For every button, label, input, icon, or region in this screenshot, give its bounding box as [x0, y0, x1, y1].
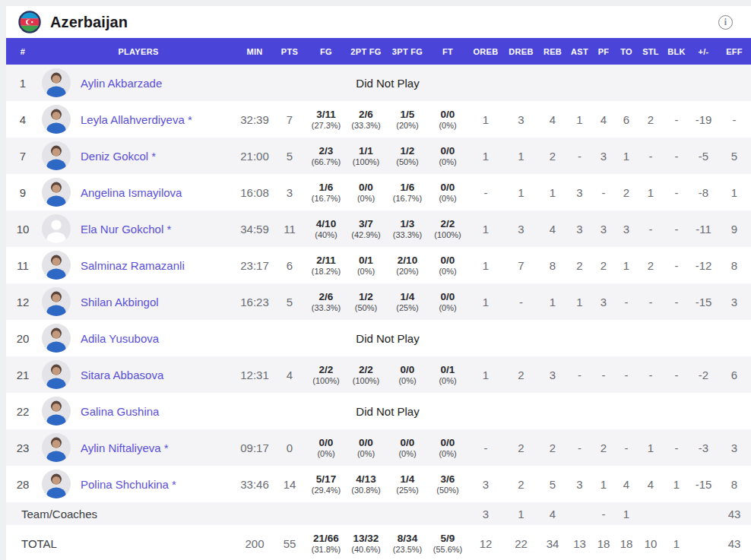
stat-min: 34:59 [237, 210, 272, 247]
stat-3pt-fg-made-attempted: 1/4 [387, 291, 428, 302]
player-cell: Aylin Niftaliyeva * [40, 429, 237, 466]
player-row: 4Leyla Allahverdiyeva *32:3973/11(27.3%)… [6, 101, 751, 138]
stat-fg: 2/2(100%) [307, 356, 345, 393]
stat-ft-percentage: (50%) [428, 486, 467, 495]
player-name[interactable]: Adila Yusubova [81, 332, 159, 345]
player-name[interactable]: Deniz Gokcol * [81, 150, 156, 163]
stat-ast [567, 502, 592, 525]
stat-3pt-fg-made-attempted: 0/0 [387, 437, 428, 448]
stat-ft-made-attempted: 0/0 [428, 182, 467, 193]
stat-3pt-fg: 1/4(25%) [387, 283, 428, 320]
column-header-3pt-fg: 3PT FG [387, 38, 428, 65]
player-name[interactable]: Angelina Ismayilova [81, 186, 182, 199]
player-name[interactable]: Sitara Abbasova [81, 369, 163, 381]
stat-ft-percentage: (55.6%) [428, 545, 467, 555]
column-header-oreb: OREB [467, 38, 504, 65]
stat-pm: -19 [689, 101, 718, 138]
player-name[interactable]: Ela Nur Gokchol * [81, 223, 171, 236]
stat-pm [689, 525, 718, 560]
stat-empty [538, 320, 567, 356]
stat-ft-made-attempted: 0/0 [428, 291, 467, 302]
stat-oreb: 1 [467, 101, 504, 138]
stat-ft-made-attempted: 2/2 [428, 218, 467, 229]
stat-to: - [615, 283, 638, 320]
stat-min: 21:00 [237, 138, 272, 174]
row-number: 11 [6, 247, 40, 283]
stat-blk: - [664, 247, 689, 283]
stat-2pt-fg: 0/1(0%) [345, 247, 387, 283]
stat-stl: 2 [638, 101, 664, 138]
stat-empty [664, 393, 689, 429]
player-cell: Aylin Akbarzade [40, 65, 237, 101]
row-number: 28 [6, 466, 40, 502]
stat-3pt-fg: 8/34(23.5%) [387, 525, 428, 560]
stat-pts: 55 [272, 525, 307, 560]
stat-fg-percentage: (66.7%) [307, 157, 345, 167]
stat-3pt-fg: 0/0(0%) [387, 356, 428, 393]
stat-empty [615, 393, 638, 429]
stat-reb: 1 [538, 174, 567, 210]
stat-ft-percentage: (0%) [428, 303, 467, 313]
stat-fg: 0/0(0%) [307, 429, 345, 466]
stat-empty [664, 320, 689, 356]
player-name[interactable]: Aylin Akbarzade [81, 77, 162, 90]
player-avatar [42, 251, 71, 280]
stat-2pt-fg-made-attempted: 0/1 [345, 255, 387, 266]
stat-oreb: 3 [467, 466, 504, 502]
player-avatar [42, 324, 71, 353]
stat-2pt-fg-percentage: (0%) [345, 449, 387, 459]
stat-3pt-fg-percentage: (20%) [387, 267, 428, 277]
stat-pm: -2 [689, 356, 718, 393]
player-name[interactable]: Aylin Niftaliyeva * [81, 441, 169, 454]
player-name[interactable]: Shilan Akbingol [81, 296, 159, 308]
stat-3pt-fg-made-attempted: 0/0 [387, 364, 428, 375]
stat-to: 1 [615, 138, 638, 174]
stat-empty [567, 393, 592, 429]
stat-reb: 34 [538, 525, 567, 560]
player-name[interactable]: Galina Gushina [81, 405, 159, 418]
stat-blk: - [664, 138, 689, 174]
stat-eff: 8 [718, 247, 751, 283]
player-avatar [42, 397, 71, 426]
stat-empty [718, 65, 751, 101]
stat-fg: 2/3(66.7%) [307, 138, 345, 174]
stat-to: 3 [615, 210, 638, 247]
stat-min: 33:46 [237, 466, 272, 502]
stat-fg-percentage: (33.3%) [307, 303, 345, 313]
stat-ft: 0/0(0%) [428, 101, 467, 138]
stat-2pt-fg: 0/0(0%) [345, 429, 387, 466]
player-name[interactable]: Leyla Allahverdiyeva * [81, 113, 192, 126]
stat-ast: - [567, 356, 592, 393]
column-header-ast: AST [567, 38, 592, 65]
column-header-fg: FG [307, 38, 345, 65]
stat-3pt-fg-percentage: (25%) [387, 303, 428, 313]
stat-3pt-fg-made-attempted: 1/5 [387, 109, 428, 120]
stat-empty [307, 502, 345, 525]
stat-pm: -11 [689, 210, 718, 247]
player-cell: Adila Yusubova [40, 320, 237, 356]
stat-ft: 0/0(0%) [428, 283, 467, 320]
player-row: 12Shilan Akbingol16:2352/6(33.3%)1/2(50%… [6, 283, 751, 320]
player-cell: Shilan Akbingol [40, 283, 237, 320]
stat-min: 200 [237, 525, 272, 560]
stat-stl [638, 502, 664, 525]
stat-ast: 2 [567, 247, 592, 283]
stat-blk: - [664, 283, 689, 320]
column-header-+/-: +/- [689, 38, 718, 65]
stat-fg-percentage: (27.3%) [307, 121, 345, 131]
player-row: 20Adila YusubovaDid Not Play [6, 320, 751, 356]
stat-stl: 2 [638, 247, 664, 283]
stat-fg-made-attempted: 21/66 [307, 533, 345, 544]
info-icon[interactable]: i [718, 15, 733, 30]
stat-ast: 3 [567, 174, 592, 210]
player-avatar [42, 433, 71, 462]
player-name[interactable]: Polina Shchukina * [81, 478, 176, 491]
stat-2pt-fg-made-attempted: 13/32 [345, 533, 387, 544]
stat-2pt-fg-made-attempted: 2/6 [345, 109, 387, 120]
stat-pts: 4 [272, 356, 307, 393]
stat-3pt-fg-percentage: (25%) [387, 486, 428, 495]
player-name[interactable]: Salminaz Ramazanli [81, 259, 185, 272]
stat-eff: 8 [718, 466, 751, 502]
stat-fg: 2/11(18.2%) [307, 247, 345, 283]
stat-pts: 7 [272, 101, 307, 138]
